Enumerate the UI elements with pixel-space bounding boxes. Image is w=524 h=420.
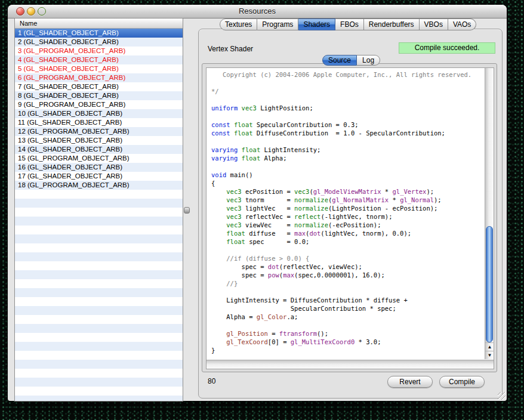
code-line: vec3 reflectVec = reflect(-lightVec, tno… (211, 212, 483, 221)
name-column-header[interactable]: Name (15, 18, 183, 29)
code-line: vec3 viewVec = normalize(-ecPosition); (211, 221, 483, 229)
code-line (211, 95, 483, 104)
list-item[interactable]: 16 (GL_SHADER_OBJECT_ARB) (15, 163, 183, 172)
code-line: SpecularContribution * spec; (211, 304, 483, 313)
list-item[interactable]: 5 (GL_SHADER_OBJECT_ARB) (15, 64, 183, 73)
list-filler-row (15, 279, 183, 288)
code-line: vec3 lightVec = normalize(LightPosition … (211, 204, 483, 212)
list-item[interactable]: 17 (GL_SHADER_OBJECT_ARB) (15, 172, 183, 181)
compile-button[interactable]: Compile (439, 376, 485, 388)
list-filler-row (15, 261, 183, 270)
code-line: const float DiffuseContribution = 1.0 - … (211, 129, 483, 137)
shader-type-label: Vertex Shader (208, 45, 253, 53)
list-item[interactable]: 13 (GL_SHADER_OBJECT_ARB) (15, 136, 183, 145)
list-item[interactable]: 3 (GL_PROGRAM_OBJECT_ARB) (15, 47, 183, 55)
code-line: //if (diffuse > 0.0) { (211, 254, 483, 262)
list-filler-row (15, 208, 183, 217)
resource-list: Name 1 (GL_SHADER_OBJECT_ARB)2 (GL_SHADE… (14, 18, 183, 402)
tab-vbos[interactable]: VBOs (420, 18, 448, 30)
list-item[interactable]: 6 (GL_PROGRAM_OBJECT_ARB) (15, 73, 183, 82)
tab-textures[interactable]: Textures (220, 18, 257, 30)
code-line (211, 288, 483, 296)
editor-container: Copyright (c) 2004-2006 Apple Computer, … (202, 63, 497, 372)
list-filler-row (15, 297, 183, 306)
tab-shaders[interactable]: Shaders (298, 18, 335, 30)
list-filler-row (15, 288, 183, 297)
list-item[interactable]: 14 (GL_SHADER_OBJECT_ARB) (15, 145, 183, 154)
list-filler-row (15, 324, 183, 333)
code-line (211, 321, 483, 329)
tab-log[interactable]: Log (357, 55, 380, 66)
list-filler-row (15, 360, 183, 369)
splitter-handle[interactable] (184, 207, 190, 214)
scroll-up-icon[interactable]: ▲ (485, 342, 494, 351)
list-filler-row (15, 226, 183, 234)
code-line: gl_TexCoord[0] = gl_MultiTexCoord0 * 3.0… (211, 338, 483, 346)
code-line (211, 162, 483, 171)
revert-button[interactable]: Revert (387, 376, 433, 388)
code-line: vec3 ecPosition = vec3(gl_ModelViewMatri… (211, 187, 483, 196)
line-count: 80 (208, 377, 215, 385)
code-line: Copyright (c) 2004-2006 Apple Computer, … (211, 70, 483, 79)
vertical-scrollbar[interactable]: ▲ ▼ (485, 68, 494, 359)
shader-source-editor[interactable]: Copyright (c) 2004-2006 Apple Computer, … (206, 68, 483, 359)
list-filler-row (15, 306, 183, 315)
compile-status-badge: Compile succeeded. (399, 42, 495, 54)
list-item[interactable]: 15 (GL_PROGRAM_OBJECT_ARB) (15, 154, 183, 163)
resize-grip[interactable] (498, 392, 505, 400)
code-line: float spec = 0.0; (211, 237, 483, 246)
tab-renderbuffers[interactable]: Renderbuffers (364, 18, 420, 30)
code-line: spec = dot(reflectVec, viewVec); (211, 262, 483, 271)
resource-list-body: 1 (GL_SHADER_OBJECT_ARB)2 (GL_SHADER_OBJ… (15, 29, 183, 402)
list-item[interactable]: 11 (GL_SHADER_OBJECT_ARB) (15, 118, 183, 127)
code-line: float diffuse = max(dot(lightVec, tnorm)… (211, 229, 483, 237)
list-filler-row (15, 199, 183, 208)
name-column-label: Name (20, 20, 37, 27)
code-line: */ (211, 87, 483, 95)
code-line: varying float Alpha; (211, 154, 483, 162)
code-line: spec = pow(max(spec,0.0000001), 16.0); (211, 271, 483, 279)
scroll-down-icon[interactable]: ▼ (485, 351, 494, 360)
tab-source[interactable]: Source (322, 55, 357, 66)
code-line (211, 79, 483, 87)
list-filler-row (15, 333, 183, 342)
window-titlebar[interactable]: Resources (8, 5, 507, 18)
horizontal-scrollbar[interactable] (206, 360, 494, 369)
code-line (211, 246, 483, 254)
vertical-scrollbar-thumb[interactable] (486, 226, 493, 342)
list-filler-row (15, 342, 183, 351)
code-line: gl_Position = ftransform(); (211, 329, 483, 338)
list-item[interactable]: 9 (GL_PROGRAM_OBJECT_ARB) (15, 100, 183, 109)
list-filler-row (15, 234, 183, 243)
list-filler-row (15, 243, 183, 252)
list-item[interactable]: 12 (GL_PROGRAM_OBJECT_ARB) (15, 127, 183, 136)
editor-scroll-view: Copyright (c) 2004-2006 Apple Computer, … (206, 67, 494, 369)
tab-fbos[interactable]: FBOs (335, 18, 364, 30)
code-line: } (211, 346, 483, 354)
list-filler-row (15, 252, 183, 261)
list-item[interactable]: 18 (GL_PROGRAM_OBJECT_ARB) (15, 181, 183, 190)
code-line: Alpha = gl_Color.a; (211, 313, 483, 321)
list-item[interactable]: 7 (GL_SHADER_OBJECT_ARB) (15, 82, 183, 91)
resources-window: Resources Name 1 (GL_SHADER_OBJECT_ARB)2… (8, 5, 507, 401)
list-item[interactable]: 10 (GL_SHADER_OBJECT_ARB) (15, 109, 183, 118)
list-item[interactable]: 1 (GL_SHADER_OBJECT_ARB) (15, 29, 183, 38)
code-line: uniform vec3 LightPosition; (211, 104, 483, 112)
resource-type-tabs: TexturesProgramsShadersFBOsRenderbuffers… (220, 18, 476, 30)
source-log-tabs: Source Log (322, 55, 380, 66)
code-line: { (211, 179, 483, 187)
window-title: Resources (8, 7, 507, 16)
code-line: varying float LightIntensity; (211, 146, 483, 154)
list-filler-row (15, 217, 183, 226)
list-item[interactable]: 2 (GL_SHADER_OBJECT_ARB) (15, 38, 183, 47)
code-line: const float SpecularContribution = 0.3; (211, 121, 483, 129)
list-filler-row (15, 190, 183, 199)
code-line: vec3 tnorm = normalize(gl_NormalMatrix *… (211, 196, 483, 204)
list-item[interactable]: 8 (GL_SHADER_OBJECT_ARB) (15, 91, 183, 100)
list-item[interactable]: 4 (GL_SHADER_OBJECT_ARB) (15, 55, 183, 64)
code-line (211, 137, 483, 146)
tab-vaos[interactable]: VAOs (448, 18, 476, 30)
list-filler-row (15, 396, 183, 402)
tab-programs[interactable]: Programs (257, 18, 298, 30)
list-filler-row (15, 369, 183, 378)
